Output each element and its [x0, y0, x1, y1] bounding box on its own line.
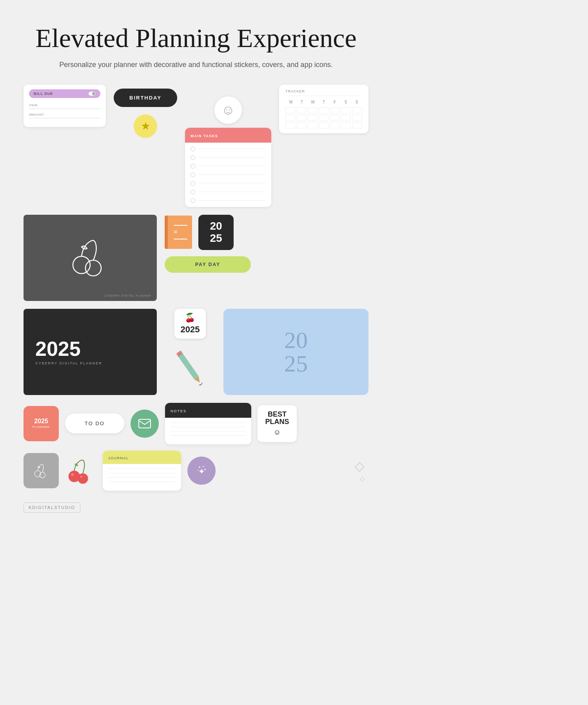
diamond-large-icon: ◇: [355, 459, 365, 473]
tracker-day: W: [307, 100, 318, 104]
svg-point-12: [71, 473, 74, 476]
payday-button[interactable]: PAY DAY: [165, 256, 251, 273]
cherry-icon: 🍒: [181, 313, 200, 323]
svg-rect-7: [139, 419, 151, 428]
cherry-cover-dark: CYBERRY DIGITAL PLANNER: [24, 215, 157, 301]
task-item: [191, 190, 266, 194]
svg-point-1: [85, 260, 101, 276]
task-checkbox[interactable]: [191, 164, 195, 169]
row5: JOURNAL ✦: [24, 451, 368, 491]
party-icon: ✦: [195, 464, 208, 477]
app-icon-gray[interactable]: [24, 453, 59, 488]
notebook-icon: =: [174, 225, 187, 239]
cover-blue-year: 20 25: [284, 328, 308, 375]
row2: CYBERRY DIGITAL PLANNER =: [24, 215, 368, 301]
notes-body: [165, 418, 251, 444]
notes-line: [171, 422, 246, 423]
journal-card: JOURNAL: [103, 451, 181, 491]
notes-line: [171, 431, 246, 431]
row4: 2025 PLANNER TO DO NOTES: [24, 403, 368, 444]
sticker-2025: 🍒 2025: [174, 309, 206, 339]
smiley-icon: ☺: [221, 103, 235, 118]
task-checkbox[interactable]: [191, 181, 195, 186]
cherry-color-sticker: [65, 455, 96, 486]
journal-line: [108, 469, 176, 469]
cover-2025-dark: 2025 CYBERRY DIGITAL PLANNER: [24, 309, 157, 395]
pencil-sticker: [169, 345, 211, 393]
task-item: [191, 147, 266, 151]
star-icon: ★: [141, 120, 151, 132]
party-sticker: ✦: [187, 457, 216, 485]
bill-due-header: BILL DUE: [29, 89, 100, 98]
tasks-body: [185, 143, 271, 207]
row3: 2025 CYBERRY DIGITAL PLANNER 🍒 2025: [24, 309, 368, 395]
tracker-day: M: [285, 100, 296, 104]
app-icon-planner[interactable]: 2025 PLANNER: [24, 406, 59, 441]
tracker-day: S: [351, 100, 362, 104]
notebook-equal-icon: =: [174, 228, 187, 236]
task-item: [191, 181, 266, 186]
smiley-sticker: ☺: [214, 96, 242, 124]
task-item: [191, 164, 266, 169]
notes-line: [171, 435, 246, 436]
notes-title: NOTES: [171, 409, 187, 413]
row2-right: = 20 25 PAY DAY: [165, 215, 368, 301]
badge-2025-text: 20 25: [210, 220, 222, 245]
journal-line: [108, 482, 176, 482]
task-checkbox[interactable]: [191, 155, 195, 160]
task-checkbox[interactable]: [191, 147, 195, 151]
notebook-sticker: =: [165, 216, 192, 249]
cherry-colored-icon: [65, 455, 96, 486]
task-checkbox[interactable]: [191, 172, 195, 177]
header: Elevated Planning Experience Personalize…: [24, 24, 368, 69]
best-plans-card: BEST PLANS ☺: [258, 405, 297, 442]
tracker-day: F: [329, 100, 340, 104]
bill-due-toggle[interactable]: [89, 92, 96, 96]
svg-text:✦: ✦: [198, 467, 205, 476]
journal-line: [108, 477, 176, 478]
row3-middle: 🍒 2025: [165, 309, 216, 395]
birthday-star-col: BIRTHDAY ★: [114, 85, 177, 138]
svg-point-13: [80, 475, 82, 477]
task-checkbox[interactable]: [191, 190, 195, 194]
svg-rect-2: [177, 352, 198, 379]
cover-blue: 20 25: [223, 309, 368, 395]
app-label: PLANNER: [33, 425, 50, 429]
page-subtitle: Personalize your planner with decorative…: [24, 61, 368, 69]
cover-subtitle: CYBERRY DIGITAL PLANNER: [35, 361, 102, 365]
todo-button[interactable]: TO DO: [65, 413, 124, 433]
page-title: Elevated Planning Experience: [24, 24, 368, 53]
tracker-grid: [285, 107, 362, 129]
email-icon: [138, 419, 151, 428]
badge-2025: 20 25: [198, 215, 234, 250]
tasks-title: MAIN TASKS: [191, 134, 218, 138]
cover-year: 2025: [35, 339, 81, 359]
tasks-header: MAIN TASKS: [185, 128, 271, 143]
email-sticker: [131, 410, 159, 438]
row2-right-top: = 20 25: [165, 215, 368, 250]
row1: BILL DUE ITEM: AMOUNT: BIRTHDAY ★: [24, 85, 368, 207]
svg-point-0: [73, 256, 90, 274]
bill-due-card: BILL DUE ITEM: AMOUNT:: [24, 85, 106, 127]
tracker-days: M T W T F S S: [285, 100, 362, 104]
page: Elevated Planning Experience Personalize…: [0, 0, 392, 528]
bill-due-label: BILL DUE: [34, 92, 53, 96]
tracker-day: T: [296, 100, 307, 104]
journal-title: JOURNAL: [108, 456, 129, 460]
notes-card: NOTES: [165, 403, 251, 444]
journal-header: JOURNAL: [103, 451, 181, 464]
diamond-small-icon: ◇: [360, 475, 365, 482]
grid-area: BILL DUE ITEM: AMOUNT: BIRTHDAY ★: [24, 85, 368, 491]
best-plans-emoji: ☺: [263, 428, 291, 437]
journal-body: [103, 464, 181, 491]
app-year: 2025: [34, 418, 48, 424]
brand-label: KDIGITALSTUDIO: [24, 502, 80, 513]
notes-line: [171, 427, 246, 427]
tracker-day: S: [340, 100, 351, 104]
birthday-button[interactable]: BIRTHDAY: [114, 89, 177, 107]
cover-watermark: CYBERRY DIGITAL PLANNER: [104, 294, 151, 297]
tracker-day: T: [318, 100, 329, 104]
bill-item-field: ITEM:: [29, 103, 100, 109]
main-tasks-card: MAIN TASKS: [185, 128, 271, 207]
task-checkbox[interactable]: [191, 198, 195, 203]
